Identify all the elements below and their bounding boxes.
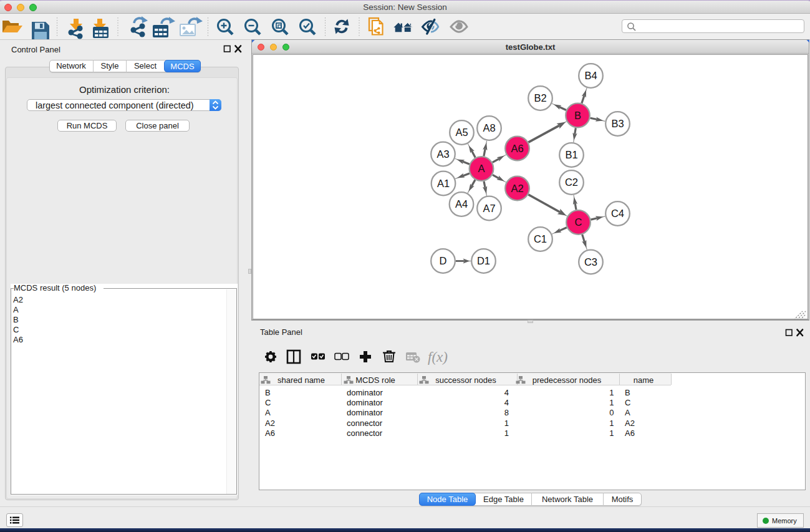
svg-text:8: 8: [504, 408, 509, 417]
svg-text:predecessor nodes: predecessor nodes: [533, 375, 602, 385]
svg-text:B1: B1: [565, 149, 577, 160]
svg-text:A2: A2: [265, 418, 275, 428]
svg-text:A6: A6: [625, 428, 635, 438]
svg-text:dominator: dominator: [347, 398, 383, 407]
svg-text:name: name: [634, 375, 654, 385]
svg-text:C3: C3: [584, 256, 597, 268]
svg-text:D1: D1: [477, 255, 490, 266]
svg-text:0: 0: [609, 408, 614, 417]
svg-text:C: C: [575, 216, 582, 228]
svg-text:B4: B4: [584, 70, 597, 81]
svg-text:1: 1: [609, 428, 614, 438]
svg-text:shared name: shared name: [277, 375, 325, 385]
svg-text:dominator: dominator: [347, 408, 383, 417]
svg-text:A2: A2: [625, 418, 635, 428]
svg-text:connector: connector: [347, 418, 383, 428]
svg-text:A: A: [625, 408, 630, 417]
svg-text:C: C: [625, 398, 630, 407]
svg-text:dominator: dominator: [347, 388, 383, 397]
svg-text:1: 1: [504, 428, 509, 438]
svg-text:C2: C2: [565, 177, 578, 188]
svg-text:C4: C4: [611, 208, 624, 219]
svg-text:MCDS role: MCDS role: [355, 375, 395, 385]
svg-text:A3: A3: [436, 148, 449, 160]
svg-text:C1: C1: [534, 233, 547, 244]
svg-text:A5: A5: [455, 127, 468, 138]
svg-text:A6: A6: [265, 428, 275, 438]
svg-text:B2: B2: [534, 92, 546, 104]
svg-text:1: 1: [609, 388, 614, 397]
svg-text:1: 1: [504, 418, 509, 428]
svg-text:A1: A1: [437, 178, 450, 189]
svg-text:C: C: [265, 398, 271, 407]
svg-text:A4: A4: [455, 198, 468, 210]
svg-text:A7: A7: [483, 203, 495, 214]
svg-text:4: 4: [504, 398, 509, 407]
svg-text:D: D: [440, 255, 447, 266]
svg-text:4: 4: [504, 388, 509, 397]
svg-text:A2: A2: [511, 183, 523, 194]
svg-text:successor nodes: successor nodes: [435, 375, 496, 385]
svg-text:A: A: [265, 408, 271, 417]
svg-text:1: 1: [609, 418, 614, 428]
svg-text:1: 1: [609, 398, 614, 407]
svg-text:A: A: [478, 163, 485, 174]
svg-text:B3: B3: [611, 118, 624, 129]
svg-text:B: B: [265, 388, 271, 397]
svg-text:B: B: [625, 388, 630, 397]
svg-text:f(x): f(x): [428, 349, 448, 365]
svg-text:connector: connector: [347, 428, 383, 438]
svg-text:A8: A8: [483, 122, 495, 133]
svg-text:B: B: [574, 110, 581, 121]
svg-text:A6: A6: [511, 143, 523, 154]
